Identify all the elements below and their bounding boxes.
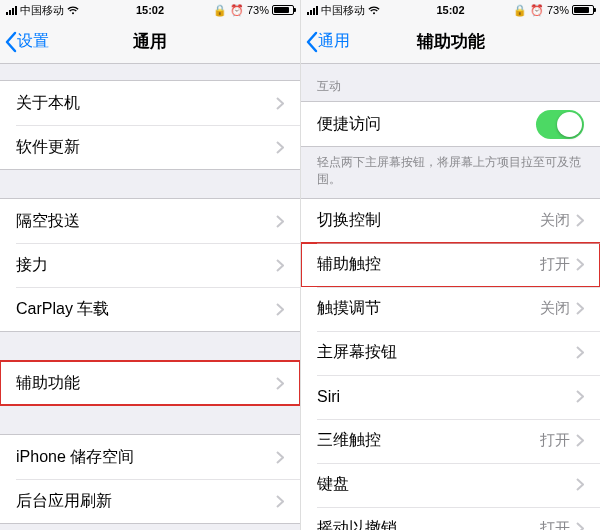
chevron-right-icon xyxy=(276,303,284,316)
settings-row[interactable]: 主屏幕按钮 xyxy=(301,331,600,375)
settings-row[interactable]: 辅助触控打开 xyxy=(301,243,600,287)
chevron-right-icon xyxy=(576,302,584,315)
settings-group: 隔空投送接力CarPlay 车载 xyxy=(0,198,300,332)
settings-row[interactable]: 键盘 xyxy=(301,463,600,507)
battery-pct: 73% xyxy=(547,4,569,16)
signal-icon xyxy=(307,6,318,15)
wifi-icon xyxy=(67,6,79,15)
row-label: 切换控制 xyxy=(317,210,540,231)
status-bar: 中国移动 15:02 🔒 ⏰ 73% xyxy=(301,0,600,20)
chevron-right-icon xyxy=(576,214,584,227)
settings-row[interactable]: 软件更新 xyxy=(0,125,300,169)
chevron-right-icon xyxy=(276,97,284,110)
accessibility-list[interactable]: 互动 便捷访问 轻点两下主屏幕按钮，将屏幕上方项目拉至可及范围。 切换控制关闭辅… xyxy=(301,64,600,530)
battery-icon xyxy=(572,5,594,15)
chevron-right-icon xyxy=(276,141,284,154)
settings-row[interactable]: 关于本机 xyxy=(0,81,300,125)
general-settings-screen: 中国移动 15:02 🔒 ⏰ 73% 设置 通用 关于本机软件更新隔空投送接力C… xyxy=(0,0,300,530)
settings-row[interactable]: 三维触控打开 xyxy=(301,419,600,463)
battery-icon xyxy=(272,5,294,15)
row-detail: 关闭 xyxy=(540,299,570,318)
settings-row[interactable]: iPhone 储存空间 xyxy=(0,435,300,479)
chevron-left-icon xyxy=(305,31,318,53)
row-label: 隔空投送 xyxy=(16,211,276,232)
chevron-right-icon xyxy=(576,346,584,359)
settings-group: 关于本机软件更新 xyxy=(0,80,300,170)
row-quick-access[interactable]: 便捷访问 xyxy=(301,102,600,146)
settings-row[interactable]: 切换控制关闭 xyxy=(301,199,600,243)
row-label: 主屏幕按钮 xyxy=(317,342,576,363)
chevron-right-icon xyxy=(276,377,284,390)
settings-list[interactable]: 关于本机软件更新隔空投送接力CarPlay 车载辅助功能iPhone 储存空间后… xyxy=(0,64,300,530)
back-label: 通用 xyxy=(318,31,350,52)
lock-icon: 🔒 xyxy=(213,4,227,17)
row-detail: 打开 xyxy=(540,431,570,450)
row-label: 摇动以撤销 xyxy=(317,518,540,530)
chevron-left-icon xyxy=(4,31,17,53)
nav-bar: 通用 辅助功能 xyxy=(301,20,600,64)
chevron-right-icon xyxy=(576,522,584,530)
row-label: 辅助功能 xyxy=(16,373,276,394)
chevron-right-icon xyxy=(576,390,584,403)
lock-icon: 🔒 xyxy=(513,4,527,17)
row-detail: 打开 xyxy=(540,255,570,274)
row-label: 后台应用刷新 xyxy=(16,491,276,512)
signal-icon xyxy=(6,6,17,15)
back-button[interactable]: 设置 xyxy=(0,31,49,53)
settings-row[interactable]: 辅助功能 xyxy=(0,361,300,405)
settings-row[interactable]: CarPlay 车载 xyxy=(0,287,300,331)
row-label: 辅助触控 xyxy=(317,254,540,275)
settings-row[interactable]: 触摸调节关闭 xyxy=(301,287,600,331)
chevron-right-icon xyxy=(276,495,284,508)
back-label: 设置 xyxy=(17,31,49,52)
battery-pct: 73% xyxy=(247,4,269,16)
section-header: 互动 xyxy=(301,64,600,101)
nav-bar: 设置 通用 xyxy=(0,20,300,64)
status-bar: 中国移动 15:02 🔒 ⏰ 73% xyxy=(0,0,300,20)
row-label: 接力 xyxy=(16,255,276,276)
row-label: Siri xyxy=(317,388,576,406)
row-detail: 打开 xyxy=(540,519,570,530)
chevron-right-icon xyxy=(276,215,284,228)
chevron-right-icon xyxy=(576,434,584,447)
accessibility-screen: 中国移动 15:02 🔒 ⏰ 73% 通用 辅助功能 互动 便捷访问 xyxy=(300,0,600,530)
settings-group: iPhone 储存空间后台应用刷新 xyxy=(0,434,300,524)
settings-row[interactable]: 后台应用刷新 xyxy=(0,479,300,523)
chevron-right-icon xyxy=(576,478,584,491)
quick-access-toggle[interactable] xyxy=(536,110,584,139)
settings-row[interactable]: Siri xyxy=(301,375,600,419)
carrier-label: 中国移动 xyxy=(321,3,365,18)
back-button[interactable]: 通用 xyxy=(301,31,350,53)
chevron-right-icon xyxy=(276,259,284,272)
row-label: iPhone 储存空间 xyxy=(16,447,276,468)
settings-group: 辅助功能 xyxy=(0,360,300,406)
row-detail: 关闭 xyxy=(540,211,570,230)
row-label: 软件更新 xyxy=(16,137,276,158)
wifi-icon xyxy=(368,6,380,15)
chevron-right-icon xyxy=(276,451,284,464)
settings-row[interactable]: 摇动以撤销打开 xyxy=(301,507,600,530)
row-label: 便捷访问 xyxy=(317,114,536,135)
alarm-icon: ⏰ xyxy=(230,4,244,17)
settings-row[interactable]: 接力 xyxy=(0,243,300,287)
carrier-label: 中国移动 xyxy=(20,3,64,18)
row-label: 三维触控 xyxy=(317,430,540,451)
row-label: 关于本机 xyxy=(16,93,276,114)
chevron-right-icon xyxy=(576,258,584,271)
settings-row[interactable]: 隔空投送 xyxy=(0,199,300,243)
row-label: CarPlay 车载 xyxy=(16,299,276,320)
section-footer: 轻点两下主屏幕按钮，将屏幕上方项目拉至可及范围。 xyxy=(301,147,600,198)
row-label: 键盘 xyxy=(317,474,576,495)
row-label: 触摸调节 xyxy=(317,298,540,319)
alarm-icon: ⏰ xyxy=(530,4,544,17)
